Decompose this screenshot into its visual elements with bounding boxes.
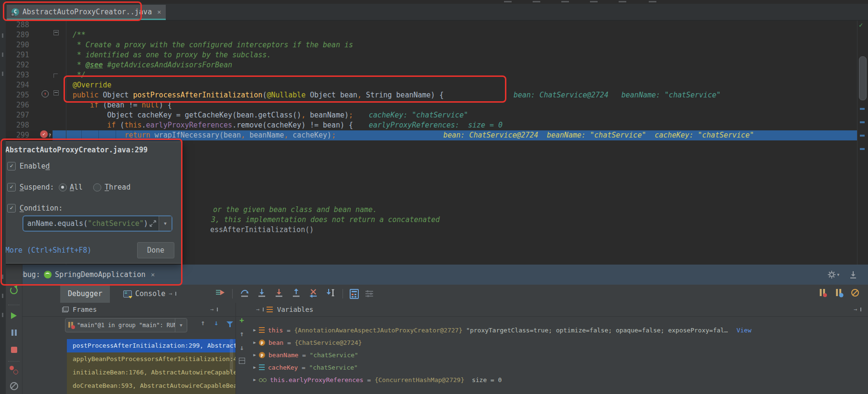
resume-icon[interactable] xyxy=(6,312,22,319)
code-text: Object cacheKey = getCacheKey(bean.getCl… xyxy=(73,110,353,120)
add-watch-icon[interactable]: + xyxy=(239,317,244,324)
view-threads-icon[interactable] xyxy=(834,288,844,300)
hide-library-frames-icon[interactable] xyxy=(226,321,233,328)
scroll-to-frame-icon[interactable]: → xyxy=(256,306,264,313)
hide-panel-icon[interactable] xyxy=(849,270,857,281)
view-breakpoints-icon[interactable] xyxy=(6,366,22,374)
expand-arrow-icon[interactable]: ▶ xyxy=(250,328,259,332)
code-line-293[interactable]: 293 */ xyxy=(0,70,868,80)
editor-tab[interactable]: C AbstractAutoProxyCreator..java × xyxy=(7,5,166,20)
previous-frame-icon[interactable]: ↑ xyxy=(201,319,205,327)
variable-name: beanName xyxy=(268,351,299,359)
code-line-299[interactable]: 299✓ return wrapIfNecessary(bean, beanNa… xyxy=(0,130,868,140)
variable-row[interactable]: ▶this.earlyProxyReferences = {Concurrent… xyxy=(250,373,864,386)
frames-list: postProcessAfterInitialization:299, Abst… xyxy=(67,339,236,394)
fold-icon[interactable] xyxy=(54,74,58,78)
move-watch-up-icon[interactable]: ↑ xyxy=(239,330,244,338)
scroll-to-end-icon[interactable]: → xyxy=(854,306,861,313)
move-watch-down-icon[interactable]: ↓ xyxy=(239,344,244,351)
expand-arrow-icon[interactable]: ▶ xyxy=(250,377,259,382)
tab-debugger[interactable]: Debugger xyxy=(60,285,110,303)
code-line-296[interactable]: 296 if (bean != null) { xyxy=(0,100,868,110)
stack-frame-row[interactable]: doCreateBean:593, AbstractAutowireCapabl… xyxy=(67,379,236,393)
suspend-all-label: All xyxy=(70,183,83,192)
view-link[interactable]: View xyxy=(737,327,751,334)
next-frame-icon[interactable]: ↓ xyxy=(214,319,218,327)
layout-settings-icon[interactable] xyxy=(365,290,373,297)
variable-row[interactable]: ▶this = {AnnotationAwareAspectJAutoProxy… xyxy=(250,324,864,336)
thread-selector[interactable]: "main"@1 in group "main": RUNNING ▼ xyxy=(65,318,187,332)
stop-icon[interactable] xyxy=(6,347,22,353)
code-line-297[interactable]: 297 Object cacheKey = getCacheKey(bean.g… xyxy=(0,110,868,120)
thread-selector-value: "main"@1 in group "main": RUNNING xyxy=(75,322,175,329)
expand-arrow-icon[interactable]: ▶ xyxy=(250,352,259,357)
step-into-icon[interactable] xyxy=(257,288,267,300)
code-line-295[interactable]: 295↑public Object postProcessAfterInitia… xyxy=(0,90,868,100)
condition-history-dropdown[interactable]: ▼ xyxy=(159,216,171,231)
code-line-291[interactable]: 291 * identified as one to proxy by the … xyxy=(0,50,868,60)
frames-scrollbar[interactable] xyxy=(230,339,233,373)
force-step-into-icon[interactable] xyxy=(274,288,284,300)
run-config-close-icon[interactable]: × xyxy=(151,271,155,278)
suspend-thread-radio[interactable] xyxy=(93,183,101,192)
show-execution-point-icon[interactable] xyxy=(215,288,225,300)
condition-checkbox[interactable]: ✓ xyxy=(7,204,16,213)
variables-tree: ▶this = {AnnotationAwareAspectJAutoProxy… xyxy=(250,324,864,394)
condition-input[interactable]: anName.equals("chatService") ▼ xyxy=(22,215,172,232)
run-config-tab[interactable]: SpringDemoApplication × xyxy=(44,265,155,285)
rerun-icon[interactable] xyxy=(6,287,22,294)
overrides-method-icon[interactable]: ↑ xyxy=(42,90,49,97)
spring-boot-icon xyxy=(44,271,52,278)
scroll-to-source-icon[interactable]: → xyxy=(210,306,218,313)
evaluate-expression-icon[interactable] xyxy=(350,289,359,299)
suspend-all-radio[interactable] xyxy=(59,183,67,192)
code-line-288[interactable]: 288 xyxy=(0,20,868,30)
expand-editor-icon[interactable] xyxy=(149,220,157,227)
jump-to-output-icon: → xyxy=(169,290,176,297)
chevron-down-icon[interactable]: ▼ xyxy=(175,319,187,332)
step-out-icon[interactable] xyxy=(291,288,301,300)
variable-row[interactable]: ▶pbeanName = "chatService" xyxy=(250,349,864,361)
code-line-292[interactable]: 292 * @see #getAdvicesAndAdvisorsForBean xyxy=(0,60,868,70)
step-over-icon[interactable] xyxy=(239,288,250,300)
stripe-mark[interactable] xyxy=(860,121,865,123)
top-decoration xyxy=(504,1,512,2)
debug-left-toolbar xyxy=(6,265,22,394)
stripe-mark[interactable] xyxy=(860,108,865,110)
tab-console[interactable]: Console → xyxy=(116,285,184,303)
mute-breakpoints-icon[interactable] xyxy=(6,382,22,390)
show-watches-toggle-icon[interactable] xyxy=(239,358,245,364)
editor-scrollbar[interactable] xyxy=(859,56,867,100)
code-line-289[interactable]: 289/** xyxy=(0,30,868,40)
code-text: /** xyxy=(73,30,86,40)
expand-arrow-icon[interactable]: ▶ xyxy=(250,365,259,370)
conditional-breakpoint-icon[interactable]: ✓ xyxy=(40,130,48,138)
variable-row[interactable]: ▶cacheKey = "chatService" xyxy=(250,361,864,373)
code-line-298[interactable]: 298 if (this.earlyProxyReferences.remove… xyxy=(0,120,868,130)
more-link[interactable]: More (Ctrl+Shift+F8) xyxy=(5,246,92,255)
thread-dump-icon[interactable] xyxy=(817,288,828,300)
tab-close-icon[interactable]: × xyxy=(157,8,161,16)
watch-icon xyxy=(259,378,267,382)
stack-frame-row[interactable]: applyBeanPostProcessorsAfterInitializati… xyxy=(67,352,236,366)
pause-icon[interactable] xyxy=(6,330,22,336)
drop-frame-icon[interactable] xyxy=(308,288,319,300)
variable-row[interactable]: ▶pbean = {ChatService@2724} xyxy=(250,336,864,349)
run-to-cursor-icon[interactable] xyxy=(325,288,336,300)
code-line-294[interactable]: 294@Override xyxy=(0,80,868,90)
stack-frame-row[interactable]: postProcessAfterInitialization:299, Abst… xyxy=(67,339,236,352)
settings-gear-icon[interactable]: ▼ xyxy=(827,270,839,279)
mute-breakpoints-icon[interactable] xyxy=(850,288,860,300)
line-number: 299 xyxy=(16,130,29,140)
enabled-checkbox[interactable]: ✓ xyxy=(7,162,16,170)
variable-value: "proxyTargetClass=true; optimize=false; … xyxy=(466,327,728,334)
done-button[interactable]: Done xyxy=(137,242,174,258)
fold-icon[interactable] xyxy=(54,90,59,96)
stripe-mark[interactable] xyxy=(860,135,865,137)
fold-icon[interactable] xyxy=(54,30,59,35)
stack-frame-row[interactable]: initializeBean:1766, AbstractAutowireCap… xyxy=(67,366,236,379)
stripe-mark[interactable] xyxy=(860,148,865,150)
code-line-290[interactable]: 290 * Create a proxy with the configured… xyxy=(0,40,868,50)
suspend-checkbox[interactable]: ✓ xyxy=(7,183,16,192)
expand-arrow-icon[interactable]: ▶ xyxy=(250,340,259,345)
